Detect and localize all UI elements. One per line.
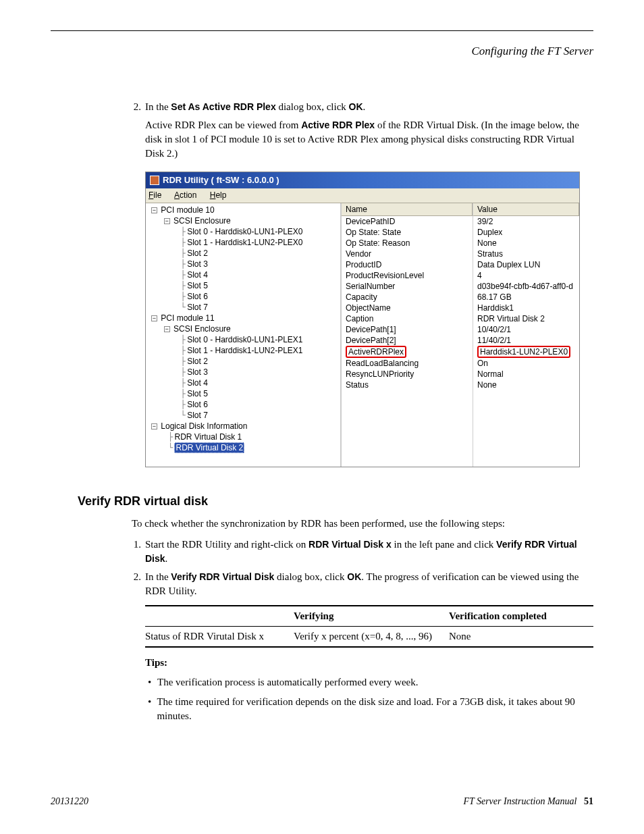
status-table: Verifying Verification completed Status … [145, 605, 593, 648]
prop-name: Op State: State [342, 227, 473, 238]
section-intro: To check whether the synchronization by … [132, 517, 593, 531]
tree-selected[interactable]: RDR Virtual Disk 2 [174, 442, 244, 453]
prop-name: DevicePath[2] [342, 335, 473, 346]
menu-action[interactable]: Action [174, 190, 196, 200]
prop-value: Stratus [473, 249, 579, 259]
app-icon [150, 176, 159, 185]
prop-value: None [473, 238, 579, 249]
prop-name: ReadLoadBalancing [342, 358, 473, 369]
prop-name: ResyncLUNPriority [342, 369, 473, 380]
menu-bar: FFileile Action Help [146, 188, 579, 203]
prop-value: 10/40/2/1 [473, 324, 579, 335]
tree-pane[interactable]: − PCI module 10 − SCSI Enclosure ├ Slot … [146, 203, 342, 467]
prop-value: Harddisk1-LUN2-PLEX0 [473, 346, 579, 358]
prop-value: Data Duplex LUN [473, 259, 579, 270]
prop-name: SerialNumber [342, 281, 473, 292]
prop-value: Normal [473, 369, 579, 380]
step2-text: In the Set As Active RDR Plex dialog box… [145, 101, 365, 112]
step-number: 2. [132, 100, 145, 488]
page-rule [51, 30, 593, 31]
tip-item: •The verification process is automatical… [145, 675, 593, 689]
window-title: RDR Utility ( ft-SW : 6.0.0.0 ) [163, 174, 279, 186]
screenshot-rdr-utility: RDR Utility ( ft-SW : 6.0.0.0 ) FFileile… [145, 172, 580, 467]
prop-name: Capacity [342, 292, 473, 303]
step-number: 2. [132, 570, 145, 729]
menu-file[interactable]: FFileile [149, 190, 161, 200]
prop-name: ProductRevisionLevel [342, 270, 473, 281]
prop-name: DevicePathID [342, 216, 473, 227]
step2b-text: In the Verify RDR Virtual Disk dialog bo… [145, 570, 593, 729]
window-title-bar: RDR Utility ( ft-SW : 6.0.0.0 ) [146, 172, 579, 188]
footer-date: 20131220 [51, 795, 88, 808]
prop-value: Duplex [473, 227, 579, 238]
prop-value: None [473, 380, 579, 390]
prop-value: 39/2 [473, 216, 579, 227]
page-footer: 20131220 FT Server Instruction Manual 51 [51, 795, 593, 808]
prop-value: 11/40/2/1 [473, 335, 579, 346]
running-header: Configuring the FT Server [51, 43, 593, 59]
tip-item: •The time required for verification depe… [145, 695, 593, 723]
step2-para: Active RDR Plex can be viewed from Activ… [145, 118, 593, 161]
prop-name: Op State: Reason [342, 238, 473, 249]
prop-value: On [473, 358, 579, 369]
prop-name: ActiveRDRPlex [342, 346, 473, 358]
prop-name: Caption [342, 313, 473, 324]
prop-value: RDR Virtual Disk 2 [473, 313, 579, 324]
footer-page-number: 51 [584, 796, 593, 806]
prop-value: 4 [473, 270, 579, 281]
footer-doc-title: FT Server Instruction Manual [463, 796, 576, 806]
prop-name: ObjectName [342, 303, 473, 313]
properties-pane: Name DevicePathIDOp State: StateOp State… [342, 203, 579, 467]
prop-value: Harddisk1 [473, 303, 579, 313]
prop-name: DevicePath[1] [342, 324, 473, 335]
prop-name: Vendor [342, 249, 473, 259]
col-header-value[interactable]: Value [473, 203, 579, 216]
prop-name: ProductID [342, 259, 473, 270]
prop-name: Status [342, 380, 473, 390]
step-number: 1. [132, 538, 145, 566]
step1-text: Start the RDR Utility and right-click on… [145, 538, 593, 566]
col-header-name[interactable]: Name [342, 203, 473, 216]
prop-value: d03be94f-cbfb-4d67-aff0-d [473, 281, 579, 292]
section-heading: Verify RDR virtual disk [78, 493, 593, 510]
tips-label: Tips: [145, 656, 593, 670]
menu-help[interactable]: Help [210, 190, 227, 200]
prop-value: 68.17 GB [473, 292, 579, 303]
